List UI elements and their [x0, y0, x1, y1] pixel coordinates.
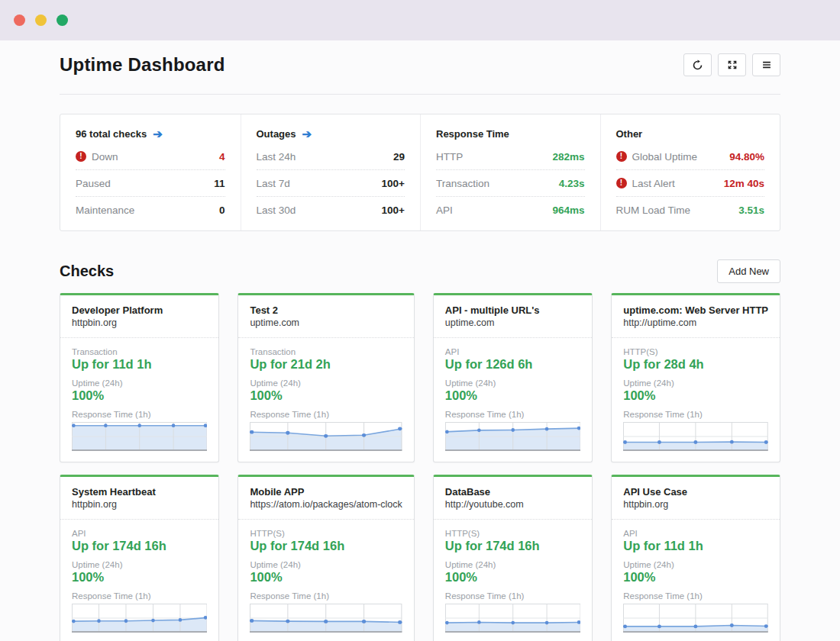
stat-value: 964ms	[552, 205, 584, 216]
expand-button[interactable]	[718, 53, 746, 76]
arrow-right-icon: ➔	[302, 128, 312, 140]
zoom-window-icon[interactable]	[57, 14, 68, 26]
header-buttons	[683, 53, 780, 76]
checks-grid: Developer Platform httpbin.org Transacti…	[60, 293, 780, 641]
response-time-chart	[72, 422, 207, 451]
uptime-label: Uptime (24h)	[72, 378, 207, 388]
check-card-header: Test 2 uptime.com	[238, 295, 413, 338]
check-card[interactable]: Test 2 uptime.com Transaction Up for 21d…	[237, 293, 414, 462]
stat-row-http: HTTP 282ms	[436, 143, 585, 169]
check-url: httpbin.org	[72, 498, 207, 511]
stats-panel: 96 total checks ➔ !Down 4 Paused 11 Main…	[60, 114, 780, 231]
stat-row-global-uptime: !Global Uptime 94.80%	[616, 143, 765, 169]
stat-col-outages: Outages ➔ Last 24h 29 Last 7d 100+ Last …	[241, 114, 421, 230]
check-type-label: API	[445, 347, 580, 356]
checks-section-header: Checks Add New	[60, 259, 780, 283]
stat-row-down: !Down 4	[76, 143, 225, 169]
uptime-value: 100%	[623, 570, 768, 585]
uptime-value: 100%	[623, 388, 768, 403]
close-window-icon[interactable]	[14, 14, 25, 26]
check-name: Mobile APP	[250, 485, 402, 498]
menu-button[interactable]	[752, 53, 780, 76]
check-status: Up for 126d 6h	[445, 357, 580, 372]
check-card-body: HTTP(S) Up for 28d 4h Uptime (24h) 100% …	[612, 338, 780, 462]
stat-label: Maintenance	[76, 205, 134, 216]
uptime-value: 100%	[445, 570, 580, 585]
uptime-label: Uptime (24h)	[72, 560, 207, 569]
response-time-label: Response Time (1h)	[623, 410, 768, 419]
uptime-value: 100%	[250, 388, 402, 403]
check-status: Up for 11d 1h	[72, 357, 207, 372]
check-card-header: Mobile APP https://atom.io/packages/atom…	[238, 477, 413, 520]
stat-row-transaction: Transaction 4.23s	[436, 169, 585, 196]
response-time-label: Response Time (1h)	[250, 410, 402, 419]
response-time-chart	[250, 422, 402, 451]
check-card-body: API Up for 11d 1h Uptime (24h) 100% Resp…	[612, 520, 780, 641]
stat-value: 282ms	[552, 151, 584, 163]
check-card-header: API Use Case httpbin.org	[612, 477, 780, 520]
response-time-chart	[250, 604, 402, 633]
response-time-label: Response Time (1h)	[445, 410, 580, 419]
stat-label: Last Alert	[632, 178, 675, 189]
response-time-label: Response Time (1h)	[250, 591, 402, 601]
stat-value: 100+	[382, 178, 405, 189]
check-type-label: API	[72, 529, 207, 538]
outages-link[interactable]: Outages	[257, 128, 296, 140]
stat-row-maintenance: Maintenance 0	[76, 196, 225, 223]
other-title: Other	[616, 128, 643, 140]
check-name: API - multiple URL's	[445, 304, 580, 317]
stat-value: 29	[393, 151, 405, 163]
stat-row-api: API 964ms	[436, 196, 585, 223]
check-card[interactable]: System Heartbeat httpbin.org API Up for …	[60, 475, 219, 641]
stat-value: 12m 40s	[724, 178, 764, 189]
check-status: Up for 174d 16h	[250, 539, 402, 553]
stat-label: Last 24h	[257, 151, 296, 163]
check-name: System Heartbeat	[72, 485, 207, 498]
stat-col-total-checks: 96 total checks ➔ !Down 4 Paused 11 Main…	[60, 114, 241, 230]
check-status: Up for 11d 1h	[623, 539, 768, 553]
minimize-window-icon[interactable]	[35, 14, 47, 26]
check-url: http://uptime.com	[623, 317, 768, 330]
check-card[interactable]: DataBase http://youtube.com HTTP(S) Up f…	[433, 475, 593, 641]
uptime-value: 100%	[445, 388, 580, 403]
total-checks-link[interactable]: 96 total checks	[76, 128, 147, 140]
check-card-body: API Up for 126d 6h Uptime (24h) 100% Res…	[434, 338, 592, 462]
check-status: Up for 28d 4h	[623, 357, 768, 372]
stat-label: Transaction	[436, 178, 489, 189]
check-name: API Use Case	[623, 485, 768, 498]
check-type-label: Transaction	[250, 347, 402, 356]
check-card-body: Transaction Up for 11d 1h Uptime (24h) 1…	[60, 338, 218, 462]
check-status: Up for 174d 16h	[445, 539, 580, 553]
response-time-chart	[72, 604, 207, 633]
stat-value: 3.51s	[738, 205, 764, 216]
response-time-chart	[445, 604, 580, 633]
check-name: DataBase	[445, 485, 580, 498]
check-card[interactable]: API Use Case httpbin.org API Up for 11d …	[611, 475, 780, 641]
check-type-label: HTTP(S)	[445, 529, 580, 538]
response-time-title: Response Time	[436, 128, 509, 140]
check-card[interactable]: API - multiple URL's uptime.com API Up f…	[433, 293, 593, 462]
response-time-label: Response Time (1h)	[445, 591, 580, 601]
stat-row-last-24h: Last 24h 29	[257, 143, 405, 169]
stat-col-response-time: Response Time HTTP 282ms Transaction 4.2…	[420, 114, 600, 230]
add-new-button[interactable]: Add New	[717, 259, 780, 283]
uptime-label: Uptime (24h)	[445, 560, 580, 569]
check-type-label: API	[623, 529, 768, 538]
refresh-button[interactable]	[683, 53, 712, 76]
uptime-label: Uptime (24h)	[623, 378, 768, 388]
check-name: uptime.com: Web Server HTTP	[623, 304, 768, 317]
stat-value: 11	[214, 178, 225, 189]
check-card-body: Transaction Up for 21d 2h Uptime (24h) 1…	[238, 338, 413, 462]
alert-icon: !	[616, 178, 627, 188]
check-card-header: uptime.com: Web Server HTTP http://uptim…	[612, 295, 780, 338]
stat-row-last-alert: !Last Alert 12m 40s	[616, 169, 765, 196]
check-card[interactable]: Mobile APP https://atom.io/packages/atom…	[237, 475, 414, 641]
check-card[interactable]: uptime.com: Web Server HTTP http://uptim…	[611, 293, 780, 462]
window-titlebar	[0, 0, 840, 40]
check-card-header: Developer Platform httpbin.org	[60, 295, 218, 338]
stat-value: 100+	[382, 205, 405, 216]
uptime-value: 100%	[250, 570, 402, 585]
stat-label: Paused	[76, 178, 111, 189]
check-card[interactable]: Developer Platform httpbin.org Transacti…	[60, 293, 219, 462]
page-title: Uptime Dashboard	[60, 54, 225, 76]
